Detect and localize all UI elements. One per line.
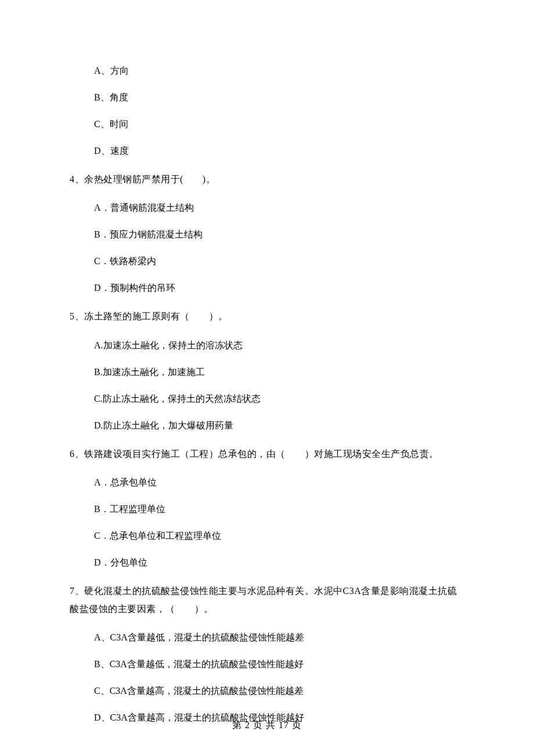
q5-text: 5、冻土路堑的施工原则有（ ）。: [70, 308, 464, 325]
question-5: 5、冻土路堑的施工原则有（ ）。: [70, 308, 464, 325]
question-4: 4、余热处理钢筋严禁用于( )。: [70, 171, 464, 188]
q3-option-a: A、方向: [70, 64, 464, 78]
q5-option-d: D.防止冻土融化，加大爆破用药量: [70, 419, 464, 433]
page-content: A、方向 B、角度 C、时间 D、速度 4、余热处理钢筋严禁用于( )。 A．普…: [0, 0, 534, 725]
q7-option-c: C、C3A含量越高，混凝土的抗硫酸盐侵蚀性能越差: [70, 684, 464, 698]
q6-option-d: D．分包单位: [70, 556, 464, 570]
q6-option-b: B．工程监理单位: [70, 502, 464, 516]
question-7: 7、硬化混凝土的抗硫酸盐侵蚀性能主要与水泥品种有关。水泥中C3A含量是影响混凝土…: [70, 582, 464, 618]
q7-option-a: A、C3A含量越低，混凝土的抗硫酸盐侵蚀性能越差: [70, 631, 464, 645]
question-6: 6、铁路建设项目实行施工（工程）总承包的，由（ ）对施工现场安全生产负总责。: [70, 445, 464, 463]
q4-option-b: B．预应力钢筋混凝土结构: [70, 228, 464, 242]
q5-option-a: A.加速冻土融化，保持土的溶冻状态: [70, 339, 464, 352]
q5-option-b: B.加速冻土融化，加速施工: [70, 365, 464, 379]
q7-text: 7、硬化混凝土的抗硫酸盐侵蚀性能主要与水泥品种有关。水泥中C3A含量是影响混凝土…: [70, 582, 464, 618]
q4-option-c: C．铁路桥梁内: [70, 254, 464, 268]
q4-option-a: A．普通钢筋混凝土结构: [70, 201, 464, 215]
q6-option-c: C．总承包单位和工程监理单位: [70, 529, 464, 543]
page-footer: 第 2 页 共 17 页: [0, 719, 534, 732]
q4-option-d: D．预制构件的吊环: [70, 281, 464, 295]
q7-option-b: B、C3A含量越低，混凝土的抗硫酸盐侵蚀性能越好: [70, 657, 464, 671]
q3-option-b: B、角度: [70, 91, 464, 105]
q6-option-a: A．总承包单位: [70, 476, 464, 489]
q3-option-c: C、时间: [70, 117, 464, 131]
q6-text: 6、铁路建设项目实行施工（工程）总承包的，由（ ）对施工现场安全生产负总责。: [70, 445, 464, 463]
q5-option-c: C.防止冻土融化，保持土的天然冻结状态: [70, 392, 464, 406]
q3-option-d: D、速度: [70, 144, 464, 158]
q4-text: 4、余热处理钢筋严禁用于( )。: [70, 171, 464, 188]
